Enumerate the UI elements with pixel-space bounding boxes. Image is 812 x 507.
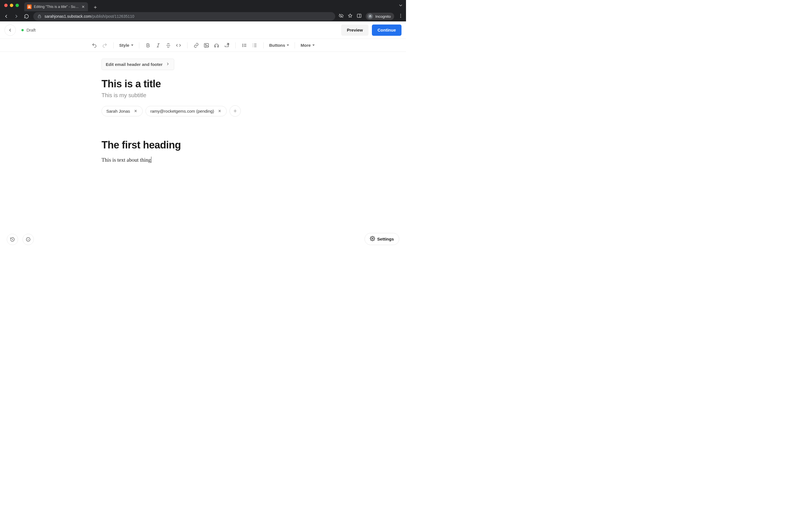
status-dot-icon	[21, 29, 24, 31]
chevron-down-icon	[312, 45, 315, 46]
browser-right-icons: Incognito	[339, 13, 403, 20]
image-button[interactable]	[203, 42, 209, 48]
history-button[interactable]	[7, 234, 18, 245]
svg-rect-0	[38, 16, 41, 18]
author-chip-label: Sarah Jonas	[106, 109, 130, 114]
side-panel-icon[interactable]	[357, 13, 362, 19]
gear-icon	[370, 236, 375, 242]
browser-reload-button[interactable]	[23, 13, 30, 20]
address-bar: sarahjonas1.substack.com/publish/post/11…	[0, 11, 406, 21]
browser-chrome: Editing "This is a title" - Subst… sarah…	[0, 0, 406, 21]
svg-point-11	[243, 46, 243, 47]
draft-status-label: Draft	[27, 27, 36, 33]
substack-favicon	[27, 4, 32, 9]
browser-forward-button[interactable]	[13, 13, 20, 20]
style-label: Style	[119, 43, 130, 48]
author-chip[interactable]: Sarah Jonas	[101, 106, 143, 116]
author-chip[interactable]: ramy@rocketgems.com (pending)	[146, 106, 227, 116]
code-button[interactable]	[175, 42, 182, 48]
embed-button[interactable]	[223, 42, 230, 48]
more-label: More	[301, 43, 311, 48]
italic-button[interactable]	[155, 42, 161, 48]
chevron-down-icon	[287, 45, 289, 46]
author-chip-label: ramy@rocketgems.com (pending)	[150, 109, 214, 114]
draft-status: Draft	[21, 27, 36, 33]
editor-area: Edit email header and footer This is a t…	[0, 52, 406, 253]
svg-point-2	[369, 16, 370, 17]
app-back-button[interactable]	[4, 24, 16, 36]
bulleted-list-button[interactable]	[241, 42, 248, 48]
chevron-down-icon	[131, 45, 133, 46]
svg-point-3	[370, 16, 371, 17]
editor-toolbar: Style	[0, 39, 406, 52]
browser-tab[interactable]: Editing "This is a title" - Subst…	[24, 2, 88, 11]
tabs-dropdown-icon[interactable]	[398, 3, 403, 9]
url-host: sarahjonas1.substack.com	[45, 14, 91, 18]
svg-point-14	[372, 238, 373, 239]
app-header-left: Draft	[4, 24, 36, 36]
continue-button[interactable]: Continue	[372, 24, 402, 36]
close-tab-icon[interactable]	[81, 5, 85, 9]
numbered-list-button[interactable]	[252, 42, 258, 48]
buttons-label: Buttons	[269, 43, 285, 48]
link-button[interactable]	[193, 42, 199, 48]
incognito-label: Incognito	[375, 14, 391, 18]
new-tab-button[interactable]	[91, 3, 99, 11]
fullscreen-window-dot[interactable]	[15, 4, 19, 7]
url-input[interactable]: sarahjonas1.substack.com/publish/post/11…	[33, 12, 335, 20]
close-window-dot[interactable]	[4, 4, 8, 7]
info-button[interactable]	[22, 234, 34, 245]
body-heading[interactable]: The first heading	[101, 139, 305, 151]
post-title-input[interactable]: This is a title	[101, 78, 305, 90]
incognito-chip[interactable]: Incognito	[366, 13, 394, 20]
post-subtitle-input[interactable]: This is my subtitle	[101, 92, 305, 99]
browser-back-button[interactable]	[3, 13, 10, 20]
tab-strip: Editing "This is a title" - Subst…	[24, 0, 99, 11]
app-header-right: Preview Continue	[341, 24, 402, 36]
body-paragraph[interactable]: This is text about thing	[101, 157, 151, 163]
chevron-right-icon	[165, 62, 170, 67]
minimize-window-dot[interactable]	[10, 4, 13, 7]
url-text: sarahjonas1.substack.com/publish/post/11…	[45, 14, 134, 18]
strikethrough-button[interactable]	[165, 42, 171, 48]
browser-tab-title: Editing "This is a title" - Subst…	[34, 5, 79, 9]
kebab-menu-icon[interactable]	[398, 13, 403, 19]
add-author-button[interactable]	[230, 105, 241, 117]
remove-author-icon[interactable]	[217, 109, 222, 113]
eye-off-icon[interactable]	[339, 13, 344, 19]
more-dropdown[interactable]: More	[301, 43, 315, 48]
star-icon[interactable]	[348, 13, 353, 19]
lock-icon	[37, 14, 42, 18]
editor-column: Edit email header and footer This is a t…	[101, 59, 305, 253]
remove-author-icon[interactable]	[133, 109, 138, 113]
url-path: /publish/post/112635110	[91, 14, 135, 18]
window-traffic-lights	[4, 4, 19, 7]
edit-email-header-button[interactable]: Edit email header and footer	[101, 59, 174, 70]
edit-email-header-label: Edit email header and footer	[106, 62, 163, 67]
app-header: Draft Preview Continue	[0, 21, 406, 39]
undo-button[interactable]	[91, 42, 98, 48]
audio-button[interactable]	[213, 42, 220, 48]
svg-point-10	[243, 45, 243, 46]
bottom-left-actions	[7, 234, 34, 245]
svg-point-4	[400, 14, 401, 15]
svg-point-8	[205, 44, 206, 45]
buttons-dropdown[interactable]: Buttons	[269, 43, 289, 48]
svg-point-9	[243, 44, 243, 45]
svg-rect-7	[204, 43, 208, 47]
bold-button[interactable]	[145, 42, 151, 48]
preview-button[interactable]: Preview	[341, 24, 368, 36]
settings-button[interactable]: Settings	[364, 233, 399, 245]
settings-label: Settings	[377, 237, 394, 241]
redo-button[interactable]	[101, 42, 108, 48]
svg-rect-1	[357, 14, 361, 17]
author-chips-row: Sarah Jonas ramy@rocketgems.com (pending…	[101, 105, 305, 117]
style-dropdown[interactable]: Style	[119, 43, 133, 48]
svg-point-6	[400, 17, 401, 18]
svg-point-5	[400, 15, 401, 16]
incognito-avatar-icon	[367, 13, 373, 19]
